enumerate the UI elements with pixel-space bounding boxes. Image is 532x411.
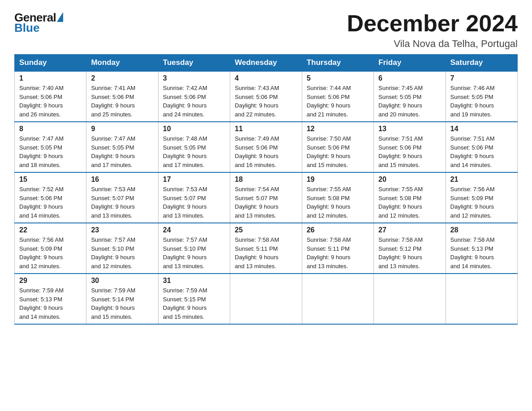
day-info: Sunrise: 7:58 AM Sunset: 5:11 PM Dayligh… bbox=[307, 235, 369, 270]
column-header-friday: Friday bbox=[374, 55, 446, 72]
day-cell: 23 Sunrise: 7:57 AM Sunset: 5:10 PM Dayl… bbox=[86, 223, 158, 274]
day-number: 8 bbox=[19, 125, 82, 133]
header: General Blue December 2024 Vila Nova da … bbox=[14, 11, 518, 50]
day-cell: 27 Sunrise: 7:58 AM Sunset: 5:12 PM Dayl… bbox=[374, 223, 446, 274]
day-number: 7 bbox=[450, 74, 513, 82]
day-cell: 26 Sunrise: 7:58 AM Sunset: 5:11 PM Dayl… bbox=[302, 223, 373, 274]
day-number: 22 bbox=[19, 226, 82, 234]
day-cell bbox=[374, 274, 446, 324]
day-number: 31 bbox=[163, 277, 225, 285]
day-info: Sunrise: 7:42 AM Sunset: 5:06 PM Dayligh… bbox=[163, 84, 225, 119]
day-number: 23 bbox=[91, 226, 153, 234]
day-info: Sunrise: 7:41 AM Sunset: 5:06 PM Dayligh… bbox=[91, 84, 153, 119]
month-title: December 2024 bbox=[347, 11, 518, 36]
day-info: Sunrise: 7:48 AM Sunset: 5:05 PM Dayligh… bbox=[163, 134, 225, 169]
day-number: 6 bbox=[378, 74, 441, 82]
day-info: Sunrise: 7:44 AM Sunset: 5:06 PM Dayligh… bbox=[307, 84, 369, 119]
day-info: Sunrise: 7:59 AM Sunset: 5:14 PM Dayligh… bbox=[91, 286, 153, 321]
logo-triangle-icon bbox=[57, 12, 63, 22]
day-number: 16 bbox=[91, 176, 153, 184]
day-info: Sunrise: 7:49 AM Sunset: 5:06 PM Dayligh… bbox=[235, 134, 297, 169]
day-cell: 5 Sunrise: 7:44 AM Sunset: 5:06 PM Dayli… bbox=[302, 71, 373, 122]
day-number: 9 bbox=[91, 125, 153, 133]
day-info: Sunrise: 7:55 AM Sunset: 5:08 PM Dayligh… bbox=[307, 185, 369, 220]
day-info: Sunrise: 7:59 AM Sunset: 5:13 PM Dayligh… bbox=[19, 286, 82, 321]
day-number: 3 bbox=[163, 74, 225, 82]
week-row-1: 1 Sunrise: 7:40 AM Sunset: 5:06 PM Dayli… bbox=[15, 71, 518, 122]
day-info: Sunrise: 7:58 AM Sunset: 5:13 PM Dayligh… bbox=[450, 235, 513, 270]
column-header-sunday: Sunday bbox=[15, 55, 86, 72]
day-info: Sunrise: 7:56 AM Sunset: 5:09 PM Dayligh… bbox=[450, 185, 513, 220]
day-cell: 15 Sunrise: 7:52 AM Sunset: 5:06 PM Dayl… bbox=[15, 172, 86, 223]
day-cell: 11 Sunrise: 7:49 AM Sunset: 5:06 PM Dayl… bbox=[230, 122, 302, 172]
day-number: 25 bbox=[235, 226, 297, 234]
column-header-wednesday: Wednesday bbox=[230, 55, 302, 72]
day-cell bbox=[230, 274, 302, 324]
day-number: 19 bbox=[307, 176, 369, 184]
day-cell: 12 Sunrise: 7:50 AM Sunset: 5:06 PM Dayl… bbox=[302, 122, 373, 172]
header-row: SundayMondayTuesdayWednesdayThursdayFrid… bbox=[15, 55, 518, 72]
day-cell: 20 Sunrise: 7:55 AM Sunset: 5:08 PM Dayl… bbox=[374, 172, 446, 223]
day-info: Sunrise: 7:43 AM Sunset: 5:06 PM Dayligh… bbox=[235, 84, 297, 119]
day-info: Sunrise: 7:58 AM Sunset: 5:12 PM Dayligh… bbox=[378, 235, 441, 270]
day-info: Sunrise: 7:45 AM Sunset: 5:05 PM Dayligh… bbox=[378, 84, 441, 119]
column-header-saturday: Saturday bbox=[446, 55, 517, 72]
day-cell: 30 Sunrise: 7:59 AM Sunset: 5:14 PM Dayl… bbox=[86, 274, 158, 324]
day-info: Sunrise: 7:51 AM Sunset: 5:06 PM Dayligh… bbox=[378, 134, 441, 169]
day-info: Sunrise: 7:54 AM Sunset: 5:07 PM Dayligh… bbox=[235, 185, 297, 220]
calendar-body: 1 Sunrise: 7:40 AM Sunset: 5:06 PM Dayli… bbox=[15, 71, 518, 324]
day-cell: 13 Sunrise: 7:51 AM Sunset: 5:06 PM Dayl… bbox=[374, 122, 446, 172]
logo-blue-text: Blue bbox=[14, 21, 39, 35]
day-info: Sunrise: 7:57 AM Sunset: 5:10 PM Dayligh… bbox=[163, 235, 225, 270]
day-cell: 10 Sunrise: 7:48 AM Sunset: 5:05 PM Dayl… bbox=[158, 122, 230, 172]
day-info: Sunrise: 7:57 AM Sunset: 5:10 PM Dayligh… bbox=[91, 235, 153, 270]
day-info: Sunrise: 7:58 AM Sunset: 5:11 PM Dayligh… bbox=[235, 235, 297, 270]
day-number: 26 bbox=[307, 226, 369, 234]
day-number: 1 bbox=[19, 74, 82, 82]
day-info: Sunrise: 7:50 AM Sunset: 5:06 PM Dayligh… bbox=[307, 134, 369, 169]
day-info: Sunrise: 7:53 AM Sunset: 5:07 PM Dayligh… bbox=[91, 185, 153, 220]
day-number: 14 bbox=[450, 125, 513, 133]
day-number: 2 bbox=[91, 74, 153, 82]
day-cell: 19 Sunrise: 7:55 AM Sunset: 5:08 PM Dayl… bbox=[302, 172, 373, 223]
day-cell: 22 Sunrise: 7:56 AM Sunset: 5:09 PM Dayl… bbox=[15, 223, 86, 274]
day-number: 20 bbox=[378, 176, 441, 184]
week-row-5: 29 Sunrise: 7:59 AM Sunset: 5:13 PM Dayl… bbox=[15, 274, 518, 324]
week-row-3: 15 Sunrise: 7:52 AM Sunset: 5:06 PM Dayl… bbox=[15, 172, 518, 223]
day-cell: 28 Sunrise: 7:58 AM Sunset: 5:13 PM Dayl… bbox=[446, 223, 517, 274]
day-cell: 9 Sunrise: 7:47 AM Sunset: 5:05 PM Dayli… bbox=[86, 122, 158, 172]
day-info: Sunrise: 7:46 AM Sunset: 5:05 PM Dayligh… bbox=[450, 84, 513, 119]
day-cell: 6 Sunrise: 7:45 AM Sunset: 5:05 PM Dayli… bbox=[374, 71, 446, 122]
day-cell: 24 Sunrise: 7:57 AM Sunset: 5:10 PM Dayl… bbox=[158, 223, 230, 274]
column-header-tuesday: Tuesday bbox=[158, 55, 230, 72]
day-number: 10 bbox=[163, 125, 225, 133]
day-number: 30 bbox=[91, 277, 153, 285]
day-info: Sunrise: 7:53 AM Sunset: 5:07 PM Dayligh… bbox=[163, 185, 225, 220]
day-number: 5 bbox=[307, 74, 369, 82]
day-number: 29 bbox=[19, 277, 82, 285]
day-number: 21 bbox=[450, 176, 513, 184]
calendar-header: SundayMondayTuesdayWednesdayThursdayFrid… bbox=[15, 55, 518, 72]
title-block: December 2024 Vila Nova da Telha, Portug… bbox=[347, 11, 518, 50]
day-cell: 18 Sunrise: 7:54 AM Sunset: 5:07 PM Dayl… bbox=[230, 172, 302, 223]
day-info: Sunrise: 7:40 AM Sunset: 5:06 PM Dayligh… bbox=[19, 84, 82, 119]
day-info: Sunrise: 7:55 AM Sunset: 5:08 PM Dayligh… bbox=[378, 185, 441, 220]
day-number: 28 bbox=[450, 226, 513, 234]
day-number: 15 bbox=[19, 176, 82, 184]
day-info: Sunrise: 7:52 AM Sunset: 5:06 PM Dayligh… bbox=[19, 185, 82, 220]
day-info: Sunrise: 7:51 AM Sunset: 5:06 PM Dayligh… bbox=[450, 134, 513, 169]
day-cell: 17 Sunrise: 7:53 AM Sunset: 5:07 PM Dayl… bbox=[158, 172, 230, 223]
column-header-thursday: Thursday bbox=[302, 55, 373, 72]
day-number: 4 bbox=[235, 74, 297, 82]
column-header-monday: Monday bbox=[86, 55, 158, 72]
day-info: Sunrise: 7:47 AM Sunset: 5:05 PM Dayligh… bbox=[19, 134, 82, 169]
day-cell: 4 Sunrise: 7:43 AM Sunset: 5:06 PM Dayli… bbox=[230, 71, 302, 122]
day-cell: 1 Sunrise: 7:40 AM Sunset: 5:06 PM Dayli… bbox=[15, 71, 86, 122]
day-info: Sunrise: 7:47 AM Sunset: 5:05 PM Dayligh… bbox=[91, 134, 153, 169]
logo: General Blue bbox=[14, 11, 63, 35]
week-row-2: 8 Sunrise: 7:47 AM Sunset: 5:05 PM Dayli… bbox=[15, 122, 518, 172]
day-cell: 8 Sunrise: 7:47 AM Sunset: 5:05 PM Dayli… bbox=[15, 122, 86, 172]
week-row-4: 22 Sunrise: 7:56 AM Sunset: 5:09 PM Dayl… bbox=[15, 223, 518, 274]
day-number: 17 bbox=[163, 176, 225, 184]
day-cell: 3 Sunrise: 7:42 AM Sunset: 5:06 PM Dayli… bbox=[158, 71, 230, 122]
